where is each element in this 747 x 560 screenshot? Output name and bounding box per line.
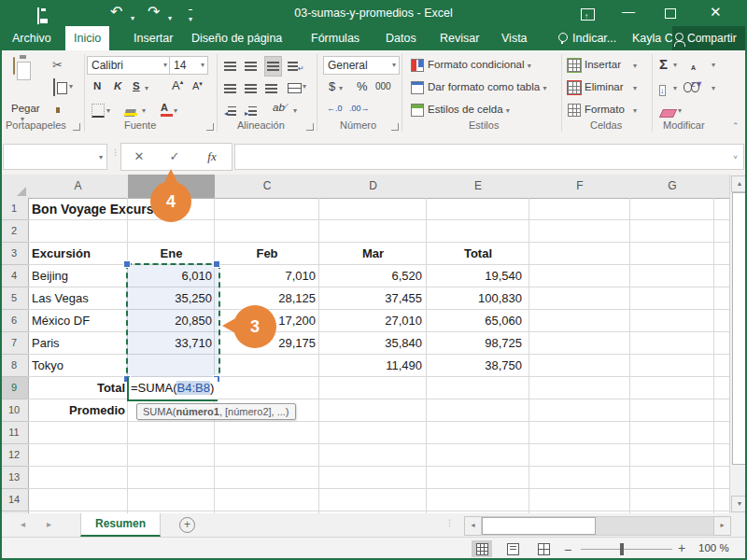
column-header-e[interactable]: E [427,175,530,199]
percent-format-button[interactable]: % [357,79,368,93]
fill-color-dropdown-icon[interactable]: ▾ [142,106,146,115]
column-header-f[interactable]: F [529,175,631,199]
tab-datos[interactable]: Datos [377,26,425,50]
align-right-icon[interactable] [265,80,277,97]
close-icon[interactable]: ✕ [710,3,722,21]
copy-icon[interactable] [53,79,55,96]
sort-filter-dropdown-icon[interactable]: ▾ [712,61,715,69]
row-header-9[interactable]: 9 [0,377,28,399]
hscroll-right-icon[interactable]: ▸ [713,516,731,536]
font-size-combo[interactable]: 14▾ [169,56,208,75]
minimize-icon[interactable]: — [622,2,635,21]
insert-dropdown-icon[interactable]: ▾ [633,62,637,70]
hscroll-left-icon[interactable]: ◂ [464,516,482,536]
bold-button[interactable]: N [93,80,101,91]
column-header-c[interactable]: C [215,175,320,199]
align-middle-icon[interactable] [245,58,257,75]
increase-decimal-icon[interactable]: ←.0 [327,104,343,113]
delete-cells-button[interactable]: Eliminar [585,81,624,92]
format-dropdown-icon[interactable]: ▾ [633,106,637,115]
alineacion-dialog-launcher[interactable] [306,123,314,131]
row-header-2[interactable]: 2 [0,220,28,243]
decrease-indent-icon[interactable]: ◂ [224,103,236,119]
find-select-dropdown-icon[interactable]: ▾ [712,84,715,92]
cell-a5[interactable]: Las Vegas [32,287,125,310]
conditional-format-button[interactable]: Formato condicional ▾ [428,59,531,70]
currency-dropdown-icon[interactable]: ▾ [339,84,343,92]
row-header-4[interactable]: 4 [0,265,28,287]
cell-d6[interactable]: 27,010 [319,310,427,332]
font-name-combo[interactable]: Calibri▾ [87,56,171,75]
autosum-icon[interactable]: Σ [659,56,668,72]
cell-a6[interactable]: México DF [32,310,125,332]
orientation-dropdown-icon[interactable]: ▾ [293,106,297,115]
zoom-in-icon[interactable]: + [678,540,685,555]
insert-cells-button[interactable]: Insertar [585,59,621,70]
underline-dropdown-icon[interactable]: ▾ [145,84,148,92]
italic-button[interactable]: K [114,80,121,91]
cell-a10-promedio-label[interactable]: Promedio [32,399,128,422]
cell-a9-total-label[interactable]: Total [32,377,128,399]
zoom-slider-thumb[interactable] [620,543,624,555]
cell-b4[interactable]: 6,010 [128,265,217,287]
increase-font-icon[interactable]: A▴ [172,78,183,92]
cell-e4[interactable]: 19,540 [427,265,527,287]
row-header-10[interactable]: 10 [0,399,28,422]
maximize-icon[interactable] [665,5,676,23]
format-table-button[interactable]: Dar formato como tabla ▾ [428,81,546,92]
row-header-8[interactable]: 8 [0,355,28,377]
scroll-down-icon[interactable]: ▼ [731,496,747,512]
horizontal-scroll-thumb[interactable] [482,517,596,535]
tab-inicio[interactable]: Inicio [65,26,109,50]
decrease-decimal-icon[interactable]: .00→ [349,104,370,113]
cell-a7[interactable]: Paris [32,332,125,355]
wrap-text-icon[interactable]: ↵ [288,58,304,75]
column-header-partial[interactable] [714,175,730,199]
delete-dropdown-icon[interactable]: ▾ [633,84,637,92]
cell-e3[interactable]: Total [427,243,529,265]
cell-e5[interactable]: 100,830 [427,287,527,310]
font-color-dropdown-icon[interactable]: ▾ [174,106,177,115]
orientation-icon[interactable]: ab⁄ [273,102,287,113]
tab-vista[interactable]: Vista [493,26,536,50]
tab-revisar[interactable]: Revisar [431,26,487,50]
row-header-14[interactable]: 14 [0,489,28,511]
vertical-scroll-thumb[interactable] [732,192,747,465]
tab-scroll-splitter[interactable]: ⋮ [445,521,454,525]
cell-a3[interactable]: Excursión [32,243,125,265]
ribbon-display-options-icon[interactable] [581,7,595,25]
share-button[interactable]: Compartir [672,26,747,50]
row-header-12[interactable]: 12 [0,444,28,467]
cell-styles-icon[interactable] [411,104,424,120]
cell-e6[interactable]: 65,060 [427,310,527,332]
cell-b3[interactable]: Ene [128,243,215,265]
align-bottom-icon[interactable] [265,57,281,76]
portapapeles-dialog-launcher[interactable] [73,123,80,131]
scroll-up-icon[interactable]: ▲ [731,175,747,192]
comma-format-button[interactable]: 000 [375,81,391,91]
fill-down-dropdown-icon[interactable]: ▾ [673,84,677,92]
cell-b9-formula[interactable]: =SUMA(B4:B8) [131,377,214,399]
sheet-nav-left-icon[interactable]: ◂ [21,519,25,529]
enter-entry-icon[interactable]: ✓ [157,144,192,170]
copy-dropdown-icon[interactable]: ▾ [69,82,73,91]
tab-diseno-de-pagina[interactable]: Diseño de página [183,26,290,50]
tab-formulas[interactable]: Fórmulas [303,26,368,50]
insert-function-icon[interactable]: fx [194,144,230,170]
cell-b7[interactable]: 33,710 [128,332,217,355]
delete-cells-icon[interactable] [568,81,581,98]
view-normal-icon[interactable] [472,540,492,557]
formula-input[interactable]: ˅ [234,144,744,170]
new-sheet-icon[interactable]: + [179,517,195,533]
cell-styles-button[interactable]: Estilos de celda ▾ [428,104,510,115]
cell-d3[interactable]: Mar [319,243,427,265]
format-cells-icon[interactable] [568,104,581,120]
select-all-corner[interactable] [0,175,29,199]
cell-a8[interactable]: Tokyo [32,355,125,377]
tell-me-box[interactable]: Indicar... [564,26,625,50]
merge-center-icon[interactable] [288,80,302,97]
column-header-d[interactable]: D [319,175,428,199]
tab-archivo[interactable]: Archivo [4,26,60,50]
row-header-3[interactable]: 3 [0,243,28,265]
cell-d5[interactable]: 37,455 [319,287,427,310]
